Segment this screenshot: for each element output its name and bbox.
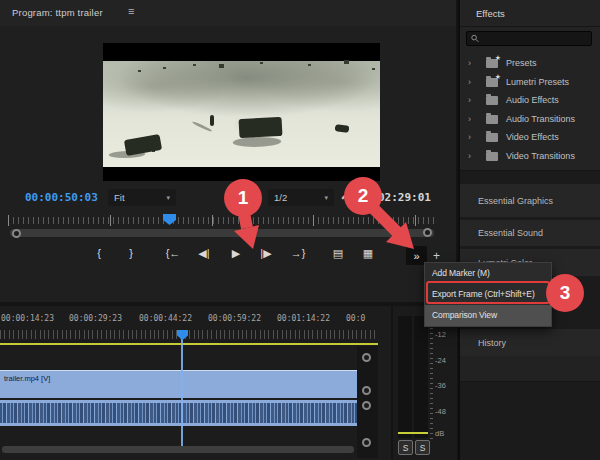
meter-scale-label: -12 <box>435 330 446 339</box>
star-icon: ★ <box>495 73 501 81</box>
meter-scale-label: -48 <box>435 407 446 416</box>
playback-resolution-dropdown[interactable]: 1/2 ▾ <box>268 189 334 206</box>
ruler-label: 00:0 <box>346 314 365 323</box>
menu-item-comparison-view[interactable]: Comparison View <box>425 305 551 326</box>
tab-essential-graphics[interactable]: Essential Graphics <box>460 184 600 217</box>
panel-tab-label: Essential Graphics <box>478 196 553 206</box>
tab-essential-sound[interactable]: Essential Sound <box>460 220 600 246</box>
video-preview-image <box>103 61 380 167</box>
chevron-right-icon[interactable]: › <box>468 151 478 161</box>
ruler-major-tick <box>110 215 111 226</box>
tree-item-audio-transitions[interactable]: › Audio Transitions <box>460 110 600 128</box>
horizontal-scrollbar[interactable] <box>2 446 354 453</box>
tree-item-label: Audio Transitions <box>506 114 575 124</box>
scene-debris-specks <box>138 70 141 72</box>
folder-star-icon: ★ <box>486 78 498 87</box>
audio-meter-bars <box>398 316 428 438</box>
scene-person <box>210 115 214 126</box>
ruler-label: 00:01:14:22 <box>277 314 330 323</box>
ruler-label: 00:00:59:22 <box>208 314 261 323</box>
ruler-label: 00:00:44:22 <box>139 314 192 323</box>
meter-scale-label: -36 <box>435 381 446 390</box>
chevron-right-icon[interactable]: › <box>468 132 478 142</box>
scrollbar-handle[interactable] <box>362 386 371 395</box>
extract-button[interactable]: ▦ <box>354 243 382 263</box>
premiere-workspace: Program: ttpm trailer ≡ 00:00:50:03 Fit … <box>0 0 600 460</box>
step-1-badge: 1 <box>224 179 262 217</box>
star-icon: ★ <box>495 54 501 62</box>
step-forward-button[interactable]: |▶ <box>252 243 280 263</box>
scene-shadow <box>230 137 284 147</box>
meter-scale-label: -24 <box>435 356 446 365</box>
panel-tab-label: Essential Sound <box>478 228 543 238</box>
chevron-right-icon[interactable]: › <box>468 77 478 87</box>
program-monitor-header: Program: ttpm trailer ≡ <box>0 0 456 26</box>
go-to-out-button[interactable]: →} <box>284 243 312 263</box>
scene-wreck <box>124 134 162 156</box>
step-2-badge: 2 <box>344 177 382 215</box>
timeline-playhead-line <box>181 331 183 449</box>
play-button[interactable]: ▶ <box>222 243 250 263</box>
tab-effects[interactable]: Effects <box>476 8 505 19</box>
folder-icon <box>486 96 498 105</box>
ruler-label: 00:00:14:23 <box>1 314 54 323</box>
chevron-right-icon[interactable]: › <box>468 95 478 105</box>
menu-item-export-frame[interactable]: Export Frame (Ctrl+Shift+E) <box>425 284 551 305</box>
mark-in-button[interactable]: { <box>85 243 113 263</box>
tab-history[interactable]: History <box>460 329 600 356</box>
audio-meter-panel: -12 -24 -36 -48 dB S S <box>393 306 457 460</box>
folder-icon <box>486 115 498 124</box>
ruler-major-tick <box>313 215 314 226</box>
scrollbar-handle-left[interactable] <box>12 229 21 238</box>
chevron-right-icon[interactable]: › <box>468 58 478 68</box>
panel-tab-label: History <box>478 338 506 348</box>
menu-item-add-marker[interactable]: Add Marker (M) <box>425 263 551 284</box>
video-clip[interactable]: trailer.mp4 [V] <box>0 370 378 398</box>
tree-item-presets[interactable]: › ★ Presets <box>460 54 600 72</box>
tree-item-audio-effects[interactable]: › Audio Effects <box>460 91 600 109</box>
meter-channel-divider <box>412 316 414 438</box>
tree-item-video-effects[interactable]: › Video Effects <box>460 128 600 146</box>
tree-item-video-transitions[interactable]: › Video Transitions <box>460 147 600 165</box>
monitor-scrollbar[interactable] <box>10 229 434 237</box>
step-back-button[interactable]: ◀| <box>190 243 218 263</box>
scrollbar-handle-right[interactable] <box>423 228 432 237</box>
solo-right-button[interactable]: S <box>415 440 430 455</box>
fit-dropdown-value: Fit <box>114 192 125 203</box>
fit-dropdown[interactable]: Fit ▾ <box>108 189 176 206</box>
tree-item-label: Presets <box>506 58 537 68</box>
go-to-in-button[interactable]: {← <box>159 243 187 263</box>
folder-icon <box>486 133 498 142</box>
audio-clip[interactable] <box>0 400 378 426</box>
scrollbar-handle[interactable] <box>362 353 371 362</box>
solo-left-button[interactable]: S <box>398 440 413 455</box>
chevron-down-icon: ▾ <box>166 194 170 202</box>
ruler-major-tick <box>415 215 416 226</box>
tree-item-lumetri-presets[interactable]: › ★ Lumetri Presets <box>460 73 600 91</box>
mark-out-button[interactable]: } <box>117 243 145 263</box>
chevron-right-icon[interactable]: › <box>468 114 478 124</box>
step-3-badge: 3 <box>546 274 584 312</box>
monitor-time-ruler[interactable] <box>8 217 436 224</box>
effects-panel-header: Effects <box>460 0 600 27</box>
panel-context-menu: Add Marker (M) Export Frame (Ctrl+Shift+… <box>424 262 552 327</box>
tree-item-label: Video Effects <box>506 132 559 142</box>
history-panel-body <box>460 356 600 382</box>
tree-item-label: Audio Effects <box>506 95 559 105</box>
lift-button[interactable]: ▤ <box>324 243 352 263</box>
scrollbar-handle[interactable] <box>362 401 371 410</box>
scene-vehicle <box>239 117 283 138</box>
timeline-ruler[interactable] <box>0 330 378 339</box>
timeline-panel: 00:00:14:23 00:00:29:23 00:00:44:22 00:0… <box>0 306 391 460</box>
panel-menu-icon[interactable]: ≡ <box>128 5 134 17</box>
ruler-label: 00:00:29:23 <box>69 314 122 323</box>
scene-debris <box>335 124 350 133</box>
search-input[interactable] <box>483 33 587 45</box>
folder-icon <box>486 152 498 161</box>
audio-waveform <box>0 403 378 423</box>
current-timecode[interactable]: 00:00:50:03 <box>25 191 98 204</box>
ruler-major-tick <box>212 215 213 226</box>
effects-search[interactable] <box>466 31 592 46</box>
meter-tick-scale <box>430 318 433 440</box>
scrollbar-handle[interactable] <box>362 438 371 447</box>
